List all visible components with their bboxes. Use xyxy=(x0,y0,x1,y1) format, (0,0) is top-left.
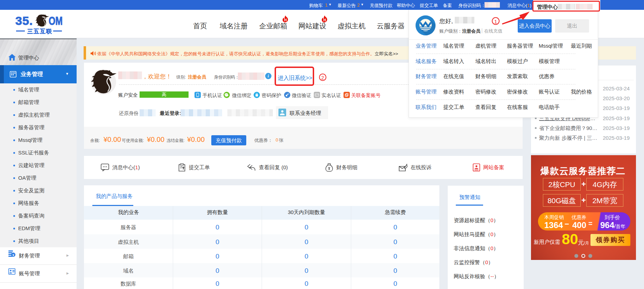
svg-text:¥: ¥ xyxy=(12,253,14,257)
svg-text:H: H xyxy=(284,18,286,22)
svg-text:H: H xyxy=(323,18,326,22)
